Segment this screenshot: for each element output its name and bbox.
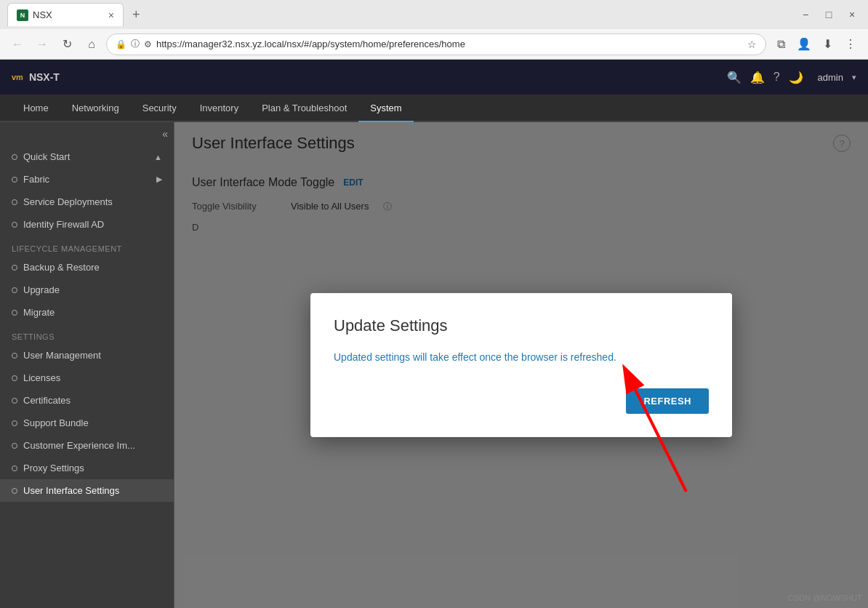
sidebar-item-label: Migrate <box>23 307 55 318</box>
settings-icon: ⚙ <box>144 39 152 49</box>
sidebar-item-support-bundle[interactable]: Support Bundle <box>0 412 174 434</box>
sidebar-dot-icon <box>12 287 17 293</box>
forward-button[interactable]: → <box>32 34 52 55</box>
tab-close-button[interactable]: × <box>108 9 114 21</box>
sidebar-arrow-icon: ▶ <box>156 175 162 184</box>
tab-title: NSX <box>33 9 52 20</box>
content-area: « Quick Start ▲ Fabric ▶ Service Deploym… <box>0 122 868 608</box>
sidebar-dot-icon <box>12 488 17 494</box>
nav-home[interactable]: Home <box>12 95 60 122</box>
sidebar-item-upgrade[interactable]: Upgrade <box>0 279 174 301</box>
sidebar-item-label: Backup & Restore <box>23 262 100 273</box>
refresh-button[interactable]: REFRESH <box>626 388 709 414</box>
sidebar-item-label: Proxy Settings <box>23 463 84 473</box>
sidebar-item-certificates[interactable]: Certificates <box>0 389 174 412</box>
window-controls: − □ × <box>797 6 861 23</box>
download-button[interactable]: ⬇ <box>817 34 837 55</box>
address-bar[interactable]: 🔒 ⓘ ⚙ https://manager32.nsx.yz.local/nsx… <box>106 33 766 55</box>
maximize-button[interactable]: □ <box>820 6 837 23</box>
nav-plan-troubleshoot[interactable]: Plan & Troubleshoot <box>250 95 358 122</box>
browser-chrome: N NSX × + − □ × ← → ↻ ⌂ 🔒 ⓘ ⚙ https://ma… <box>0 0 868 60</box>
refresh-button[interactable]: ↻ <box>57 34 77 55</box>
sidebar-item-ui-settings[interactable]: User Interface Settings <box>0 479 174 502</box>
sidebar-item-quick-start[interactable]: Quick Start ▲ <box>0 145 174 168</box>
sidebar-item-label: User Management <box>23 350 101 361</box>
sidebar-dot-icon <box>12 199 17 205</box>
back-button[interactable]: ← <box>7 34 28 55</box>
help-icon[interactable]: ? <box>773 71 780 84</box>
minimize-button[interactable]: − <box>797 6 814 23</box>
dialog-title: Update Settings <box>334 316 709 335</box>
sidebar-dot-icon <box>12 177 17 183</box>
settings-section-label: Settings <box>0 324 174 344</box>
lifecycle-management-section-label: Lifecycle Management <box>0 236 174 256</box>
collapse-sidebar-button[interactable]: « <box>162 128 168 140</box>
sidebar-item-proxy-settings[interactable]: Proxy Settings <box>0 457 174 479</box>
browser-tabs: N NSX × + <box>7 3 797 26</box>
browser-toolbar: ← → ↻ ⌂ 🔒 ⓘ ⚙ https://manager32.nsx.yz.l… <box>0 29 868 60</box>
lock-icon: 🔒 <box>116 39 126 49</box>
bell-icon[interactable]: 🔔 <box>750 71 765 84</box>
watermark: CSDN @NOWSHUT <box>788 593 862 602</box>
theme-toggle-icon[interactable]: 🌙 <box>789 71 803 84</box>
browser-menu-button[interactable]: ⋮ <box>840 34 861 55</box>
app-topnav: vm NSX-T 🔍 🔔 ? 🌙 admin ▾ <box>0 60 868 95</box>
update-settings-dialog: Update Settings Updated settings will ta… <box>310 293 732 437</box>
sidebar: « Quick Start ▲ Fabric ▶ Service Deploym… <box>0 122 174 608</box>
nav-inventory[interactable]: Inventory <box>188 95 250 122</box>
sidebar-item-label: Support Bundle <box>23 417 89 428</box>
main-content: User Interface Settings ? User Interface… <box>174 122 868 608</box>
nav-networking[interactable]: Networking <box>60 95 131 122</box>
sidebar-item-label: User Interface Settings <box>23 485 119 496</box>
url-text: https://manager32.nsx.yz.local/nsx/#/app… <box>156 39 743 49</box>
sidebar-dot-icon <box>12 310 17 316</box>
tab-favicon: N <box>17 9 28 21</box>
sidebar-item-label: Identity Firewall AD <box>23 219 104 230</box>
sidebar-item-label: Service Deployments <box>23 196 113 207</box>
topnav-icons: 🔍 🔔 ? 🌙 admin ▾ <box>727 71 856 84</box>
info-icon: ⓘ <box>131 38 140 50</box>
app-name: NSX-T <box>29 71 60 83</box>
browser-titlebar: N NSX × + − □ × <box>0 0 868 29</box>
sidebar-dot-icon <box>12 420 17 426</box>
home-button[interactable]: ⌂ <box>81 34 102 55</box>
sidebar-item-migrate[interactable]: Migrate <box>0 301 174 324</box>
sidebar-item-identity-firewall-ad[interactable]: Identity Firewall AD <box>0 213 174 236</box>
sidebar-item-user-management[interactable]: User Management <box>0 344 174 367</box>
sidebar-dot-icon <box>12 222 17 228</box>
toolbar-action-icons: ⧉ 👤 ⬇ ⋮ <box>771 34 861 55</box>
sidebar-dot-icon <box>12 265 17 271</box>
sidebar-item-backup-restore[interactable]: Backup & Restore <box>0 256 174 279</box>
sidebar-dot-icon <box>12 353 17 359</box>
sidebar-chevron-up-icon: ▲ <box>154 153 162 161</box>
bookmark-icon[interactable]: ☆ <box>747 39 757 50</box>
main-navigation: Home Networking Security Inventory Plan … <box>0 95 868 122</box>
new-tab-button[interactable]: + <box>126 4 146 25</box>
nav-security[interactable]: Security <box>131 95 188 122</box>
sidebar-dot-icon <box>12 398 17 404</box>
sidebar-item-label: Certificates <box>23 395 71 406</box>
user-chevron-icon: ▾ <box>852 73 856 82</box>
modal-overlay: Update Settings Updated settings will ta… <box>174 122 868 608</box>
nav-system[interactable]: System <box>358 95 413 122</box>
sidebar-dot-icon <box>12 154 17 160</box>
sidebar-item-service-deployments[interactable]: Service Deployments <box>0 191 174 213</box>
vm-logo: vm <box>12 73 23 81</box>
profile-button[interactable]: 👤 <box>794 34 814 55</box>
browser-tab-nsx[interactable]: N NSX × <box>7 3 124 26</box>
sidebar-item-fabric[interactable]: Fabric ▶ <box>0 168 174 191</box>
sidebar-item-licenses[interactable]: Licenses <box>0 367 174 389</box>
user-menu[interactable]: admin <box>818 72 843 83</box>
sidebar-dot-icon <box>12 443 17 449</box>
sidebar-item-customer-experience[interactable]: Customer Experience Im... <box>0 434 174 457</box>
sidebar-item-label: Licenses <box>23 372 60 383</box>
close-window-button[interactable]: × <box>843 6 861 23</box>
sidebar-dot-icon <box>12 465 17 471</box>
search-icon[interactable]: 🔍 <box>727 71 742 84</box>
sidebar-item-label: Fabric <box>23 174 49 185</box>
dialog-actions: REFRESH <box>334 388 709 414</box>
extensions-button[interactable]: ⧉ <box>771 34 791 55</box>
app-wrapper: vm NSX-T 🔍 🔔 ? 🌙 admin ▾ Home Networking… <box>0 60 868 608</box>
dialog-message: Updated settings will take effect once t… <box>334 350 709 365</box>
sidebar-item-label: Customer Experience Im... <box>23 440 135 451</box>
